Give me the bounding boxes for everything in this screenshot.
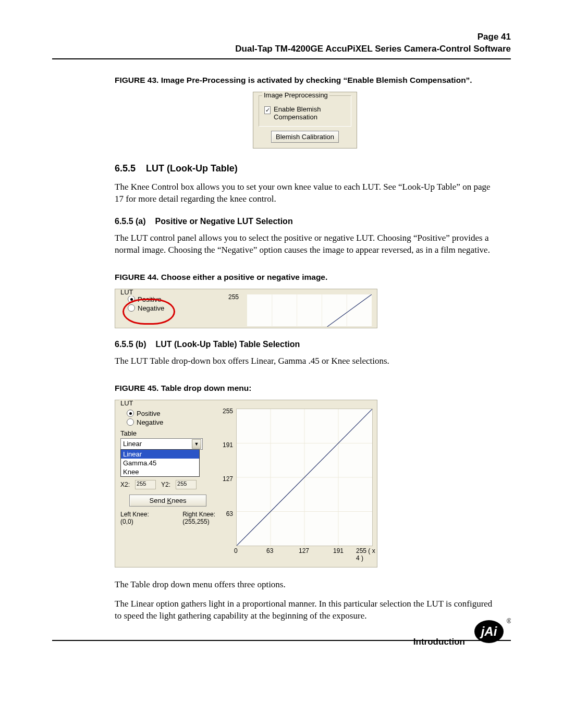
lut-negative-radio-45[interactable] xyxy=(127,418,134,426)
ytick-127: 127 xyxy=(223,475,233,483)
jai-logo: jAi ® xyxy=(472,616,511,644)
svg-text:jAi: jAi xyxy=(480,624,498,638)
page-number: Page 41 xyxy=(52,31,511,43)
enable-blemish-label: Enable Blemish Compensation xyxy=(274,105,346,121)
xtick-191: 191 xyxy=(333,547,344,554)
tail-p1: The Table drop down menu offers three op… xyxy=(115,579,495,591)
xtick-0: 0 xyxy=(234,547,238,554)
section-655b-body: The LUT Table drop-down box offers Linea… xyxy=(115,355,495,367)
xtick-63: 63 xyxy=(266,547,273,554)
xtick-127: 127 xyxy=(299,547,309,554)
image-preprocessing-panel: Image Preprocessing ✓ Enable Blemish Com… xyxy=(253,92,357,149)
lut-positive-label-44: Positive xyxy=(138,295,162,303)
lut-legend-44: LUT xyxy=(119,289,134,296)
lut-positive-label-45: Positive xyxy=(137,410,161,417)
lut-negative-label-44: Negative xyxy=(138,304,164,312)
fig44-ylabel: 255 xyxy=(228,293,239,301)
figure43-caption: FIGURE 43. Image Pre-Processing is activ… xyxy=(115,75,495,85)
lut-chart-svg xyxy=(237,409,372,546)
chart-yaxis-labels: 255 191 127 63 xyxy=(219,408,235,548)
ytick-63: 63 xyxy=(226,510,233,517)
lut-table-option-gamma45[interactable]: Gamma.45 xyxy=(121,459,199,467)
lut-negative-radio-44[interactable] xyxy=(128,304,135,312)
section-655a-head: 6.5.5 (a)Positive or Negative LUT Select… xyxy=(115,217,495,226)
enable-blemish-checkbox[interactable]: ✓ xyxy=(264,106,271,114)
lut-table-dropdown-list: Linear Gamma.45 Knee xyxy=(120,449,200,477)
header-rule xyxy=(52,58,511,59)
section-655-title: LUT (Look-Up Table) xyxy=(146,163,238,174)
left-knee-value: (0,0) xyxy=(120,518,149,525)
figure44-caption: FIGURE 44. Choose either a positive or n… xyxy=(115,272,495,282)
image-preprocessing-legend: Image Preprocessing xyxy=(262,91,329,99)
chevron-down-icon: ▼ xyxy=(192,439,201,449)
section-655-head: 6.5.5LUT (Look-Up Table) xyxy=(115,163,495,174)
table-label: Table xyxy=(120,429,215,437)
x2-input[interactable]: 255 xyxy=(135,480,156,489)
section-655b-head: 6.5.5 (b)LUT (Look-Up Table) Table Selec… xyxy=(115,340,495,349)
svg-text:®: ® xyxy=(507,618,511,625)
image-preprocessing-group: Image Preprocessing ✓ Enable Blemish Com… xyxy=(259,95,351,127)
fig44-chart-svg xyxy=(247,294,372,327)
doc-title: Dual-Tap TM-4200GE AccuPiXEL Series Came… xyxy=(52,43,511,55)
lut-legend-45: LUT xyxy=(119,399,134,407)
section-655b-num: 6.5.5 (b) xyxy=(115,340,146,349)
lut-table-dropdown[interactable]: Linear ▼ xyxy=(120,438,203,450)
xtick-255: 255 ( x 4 ) xyxy=(356,547,377,562)
section-655-body: The Knee Control box allows you to set y… xyxy=(115,181,495,205)
send-knees-button[interactable]: Send Knees xyxy=(129,495,206,507)
lut-table-dropdown-value: Linear xyxy=(123,440,142,448)
figure45-caption: FIGURE 45. Table drop down menu: xyxy=(115,383,495,393)
blemish-calibration-button[interactable]: Blemish Calibration xyxy=(271,131,339,143)
x2-label: X2: xyxy=(120,481,130,488)
lut-positive-radio-44[interactable] xyxy=(128,295,135,303)
figure44-panel: LUT Positive Negative 255 xyxy=(115,289,377,328)
y2-label: Y2: xyxy=(161,481,170,488)
right-knee-value: (255,255) xyxy=(182,518,215,525)
figure45-panel: LUT Positive Negative Table Linear ▼ Lin… xyxy=(115,400,377,567)
section-655a-body: The LUT control panel allows you to sele… xyxy=(115,232,495,256)
section-655a-num: 6.5.5 (a) xyxy=(115,217,146,226)
y2-input[interactable]: 255 xyxy=(176,480,197,489)
right-knee-label: Right Knee: xyxy=(182,511,215,518)
ytick-191: 191 xyxy=(223,441,233,449)
lut-table-option-knee[interactable]: Knee xyxy=(121,467,199,476)
section-655b-title: LUT (Look-Up Table) Table Selection xyxy=(155,340,300,349)
ytick-255: 255 xyxy=(223,408,233,415)
section-655a-title: Positive or Negative LUT Selection xyxy=(155,217,293,226)
section-655-num: 6.5.5 xyxy=(115,163,136,174)
lut-positive-radio-45[interactable] xyxy=(127,410,134,417)
lut-negative-label-45: Negative xyxy=(137,418,163,426)
footer-section-label: Introduction xyxy=(413,637,465,647)
lut-table-option-linear[interactable]: Linear xyxy=(121,450,199,459)
left-knee-label: Left Knee: xyxy=(120,511,149,518)
fig44-chart-area xyxy=(240,289,377,328)
svg-rect-0 xyxy=(247,294,372,327)
lut-chart-area xyxy=(236,409,373,546)
